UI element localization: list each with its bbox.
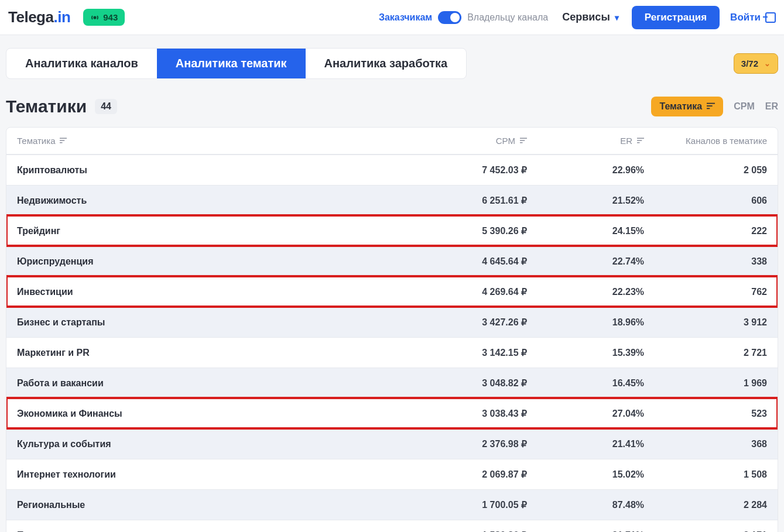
row-channels: 1 969 bbox=[644, 378, 767, 389]
row-er: 22.74% bbox=[527, 256, 644, 267]
row-er: 15.39% bbox=[527, 348, 644, 358]
col-channels-label: Каналов в тематике bbox=[686, 136, 767, 146]
row-channels: 2 059 bbox=[644, 165, 767, 176]
role-customer-link[interactable]: Заказчикам bbox=[379, 12, 432, 23]
row-channels: 222 bbox=[644, 226, 767, 236]
row-channels: 338 bbox=[644, 256, 767, 267]
pager-label: 3/72 bbox=[741, 59, 758, 68]
row-channels: 2 171 bbox=[644, 530, 767, 533]
count-badge: 44 bbox=[95, 99, 117, 114]
table-row[interactable]: Путешествия и туризм1 580.86 ₽21.71%2 17… bbox=[6, 520, 778, 532]
pager[interactable]: 3/72 ⌄ bbox=[734, 53, 778, 74]
tab-earnings[interactable]: Аналитика заработка bbox=[306, 49, 467, 78]
role-owner-link[interactable]: Владельцу канала bbox=[467, 12, 548, 23]
col-er[interactable]: ER bbox=[527, 136, 644, 146]
row-topic: Маркетинг и PR bbox=[17, 348, 410, 358]
col-channels: Каналов в тематике bbox=[644, 136, 767, 146]
row-topic: Криптовалюты bbox=[17, 165, 410, 176]
row-er: 21.41% bbox=[527, 439, 644, 449]
table-row[interactable]: Работа и вакансии3 048.82 ₽16.45%1 969 bbox=[6, 368, 778, 398]
svg-rect-3 bbox=[707, 108, 710, 109]
table-row[interactable]: Маркетинг и PR3 142.15 ₽15.39%2 721 bbox=[6, 337, 778, 368]
sort-er-button[interactable]: ER bbox=[765, 101, 778, 112]
broadcast-icon bbox=[90, 13, 100, 22]
col-er-label: ER bbox=[620, 136, 632, 146]
svg-rect-2 bbox=[707, 105, 713, 107]
login-label: Войти bbox=[730, 12, 761, 23]
svg-rect-1 bbox=[707, 103, 715, 104]
table-row[interactable]: Культура и события2 376.98 ₽21.41%368 bbox=[6, 428, 778, 459]
online-count: 943 bbox=[103, 12, 118, 22]
logo[interactable]: Telega.in bbox=[8, 8, 70, 26]
sort-icon bbox=[60, 137, 67, 145]
logo-dot: .in bbox=[53, 8, 70, 26]
row-topic: Юриспруденция bbox=[17, 256, 410, 267]
row-er: 21.52% bbox=[527, 195, 644, 206]
sort-cpm-button[interactable]: CPM bbox=[734, 101, 755, 112]
row-er: 22.96% bbox=[527, 165, 644, 176]
table-row[interactable]: Экономика и Финансы3 038.43 ₽27.04%523 bbox=[6, 398, 778, 428]
tabs-row: Аналитика каналов Аналитика тематик Анал… bbox=[6, 48, 778, 79]
sort-icon bbox=[520, 137, 527, 145]
svg-rect-12 bbox=[637, 142, 640, 143]
sort-topic-label: Тематика bbox=[659, 101, 702, 112]
row-topic: Интернет технологии bbox=[17, 469, 410, 480]
row-cpm: 4 269.64 ₽ bbox=[410, 286, 527, 297]
register-button[interactable]: Регистрация bbox=[632, 6, 720, 29]
row-topic: Недвижимость bbox=[17, 195, 410, 206]
row-er: 18.96% bbox=[527, 317, 644, 328]
table-row[interactable]: Инвестиции4 269.64 ₽22.23%762 bbox=[6, 276, 778, 307]
table-row[interactable]: Юриспруденция4 645.64 ₽22.74%338 bbox=[6, 246, 778, 276]
tab-topics[interactable]: Аналитика тематик bbox=[157, 49, 306, 78]
table-row[interactable]: Бизнес и стартапы3 427.26 ₽18.96%3 912 bbox=[6, 307, 778, 337]
row-er: 16.45% bbox=[527, 378, 644, 389]
svg-rect-10 bbox=[637, 138, 644, 139]
row-channels: 1 508 bbox=[644, 469, 767, 480]
chevron-down-icon: ⌄ bbox=[764, 59, 771, 68]
row-cpm: 5 390.26 ₽ bbox=[410, 225, 527, 236]
col-topic-label: Тематика bbox=[17, 136, 55, 146]
sort-controls: Тематика CPM ER bbox=[651, 97, 778, 116]
row-er: 21.71% bbox=[527, 530, 644, 533]
table-header: Тематика CPM ER Каналов в тематике bbox=[6, 128, 778, 155]
tab-channels[interactable]: Аналитика каналов bbox=[6, 49, 157, 78]
col-topic[interactable]: Тематика bbox=[17, 136, 410, 146]
row-cpm: 4 645.64 ₽ bbox=[410, 256, 527, 267]
row-cpm: 2 069.87 ₽ bbox=[410, 469, 527, 480]
online-badge[interactable]: 943 bbox=[83, 9, 125, 26]
table-row[interactable]: Интернет технологии2 069.87 ₽15.02%1 508 bbox=[6, 459, 778, 489]
table-body: Криптовалюты7 452.03 ₽22.96%2 059Недвижи… bbox=[6, 155, 778, 532]
row-er: 22.23% bbox=[527, 287, 644, 297]
svg-rect-7 bbox=[520, 138, 527, 139]
role-toggle[interactable] bbox=[438, 11, 461, 24]
row-er: 27.04% bbox=[527, 409, 644, 419]
row-topic: Экономика и Финансы bbox=[17, 409, 410, 419]
row-cpm: 3 427.26 ₽ bbox=[410, 317, 527, 328]
table-row[interactable]: Региональные1 700.05 ₽87.48%2 284 bbox=[6, 489, 778, 520]
services-dropdown[interactable]: Сервисы ▾ bbox=[562, 11, 619, 23]
row-channels: 606 bbox=[644, 195, 767, 206]
svg-rect-9 bbox=[520, 142, 523, 143]
table-row[interactable]: Недвижимость6 251.61 ₽21.52%606 bbox=[6, 185, 778, 215]
row-channels: 3 912 bbox=[644, 317, 767, 328]
table-row[interactable]: Трейдинг5 390.26 ₽24.15%222 bbox=[6, 215, 778, 246]
sort-topic-button[interactable]: Тематика bbox=[651, 97, 723, 116]
analytics-tabs: Аналитика каналов Аналитика тематик Анал… bbox=[6, 48, 467, 79]
logo-text: Telega bbox=[8, 8, 53, 26]
col-cpm[interactable]: CPM bbox=[410, 136, 527, 146]
row-cpm: 1 700.05 ₽ bbox=[410, 499, 527, 510]
svg-point-0 bbox=[94, 16, 97, 19]
login-button[interactable]: Войти bbox=[730, 12, 776, 23]
row-channels: 2 721 bbox=[644, 348, 767, 358]
row-topic: Трейдинг bbox=[17, 226, 410, 236]
row-channels: 523 bbox=[644, 409, 767, 419]
login-icon bbox=[765, 12, 776, 23]
sort-icon bbox=[707, 101, 715, 112]
row-topic: Работа и вакансии bbox=[17, 378, 410, 389]
row-topic: Культура и события bbox=[17, 439, 410, 449]
row-topic: Бизнес и стартапы bbox=[17, 317, 410, 328]
row-cpm: 6 251.61 ₽ bbox=[410, 195, 527, 206]
table-row[interactable]: Криптовалюты7 452.03 ₽22.96%2 059 bbox=[6, 155, 778, 185]
row-topic: Региональные bbox=[17, 500, 410, 510]
row-er: 24.15% bbox=[527, 226, 644, 236]
